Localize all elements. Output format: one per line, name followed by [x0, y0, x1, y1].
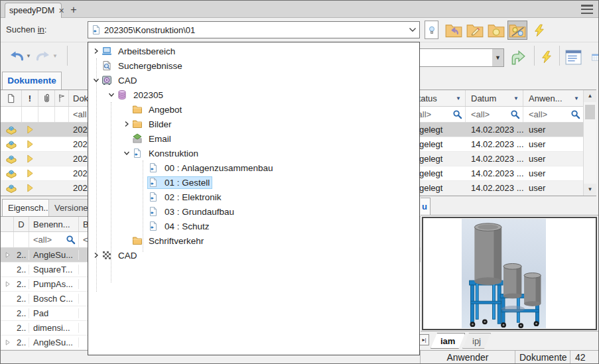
- lightbulb-button[interactable]: [425, 21, 438, 39]
- undo-button[interactable]: ▼: [7, 46, 33, 65]
- flag-icon[interactable]: [55, 90, 69, 106]
- status-row[interactable]: gelegt14.02.2023 ...user: [407, 137, 596, 152]
- column-datum[interactable]: Datum▼: [466, 90, 523, 106]
- filter-anwender[interactable]: <all>: [523, 107, 584, 122]
- lightning-button[interactable]: [531, 21, 548, 39]
- tree-item-bilder[interactable]: Bilder: [88, 117, 419, 131]
- column-d[interactable]: D: [14, 217, 29, 231]
- magnifier-icon[interactable]: [570, 109, 580, 119]
- redo-dropdown-icon[interactable]: ▼: [52, 53, 58, 59]
- status-row[interactable]: gelegt14.02.2023 ...user: [407, 152, 596, 166]
- hamburger-menu-icon[interactable]: [580, 4, 594, 15]
- folder-lightbulbs-button-active[interactable]: [507, 21, 527, 40]
- part-name: Bosch C...: [29, 294, 79, 304]
- toolbar-separator: [67, 46, 68, 66]
- magnifier-icon[interactable]: [66, 235, 76, 245]
- tree-item-01-gestell[interactable]: 01 : Gestell: [88, 175, 419, 190]
- secondary-combobox-arrow[interactable]: ▼: [492, 48, 504, 67]
- status-row[interactable]: gelegt14.02.2023 ...user: [407, 166, 596, 181]
- docarrow-icon: [148, 162, 159, 173]
- tree-item-arbeitsbereich[interactable]: Arbeitsbereich: [88, 44, 419, 58]
- status-document-count: 42: [575, 351, 586, 364]
- tree-item-cad[interactable]: CAD: [88, 248, 419, 263]
- tree-item-schriftverkehr[interactable]: Schriftverkehr: [88, 233, 419, 248]
- assembly-icon: [1, 168, 22, 179]
- rack-3d-model: [462, 219, 546, 328]
- status-row[interactable]: gelegt14.02.2023 ...user: [407, 181, 596, 196]
- part-name: dimensi...: [29, 323, 79, 333]
- tab-dokumente[interactable]: Dokumente: [2, 72, 62, 90]
- chevron-right-icon[interactable]: [91, 251, 101, 259]
- tree-item-04-schutz[interactable]: 04 : Schutz: [88, 219, 419, 233]
- tree-item-suchergebnisse[interactable]: Suchergebnisse: [88, 58, 419, 73]
- column-dropdown-icon[interactable]: ▼: [574, 95, 579, 101]
- tree-item-email[interactable]: Email: [88, 131, 419, 146]
- tree-indent: [137, 164, 148, 172]
- magnifier-icon[interactable]: [510, 109, 520, 119]
- folder-status-button[interactable]: [486, 21, 506, 40]
- tree-indent: [121, 135, 132, 143]
- filter-benennung[interactable]: <all>: [29, 232, 79, 247]
- combobox-dropdown-icon[interactable]: [409, 27, 417, 32]
- searchdoc-icon: [101, 60, 113, 71]
- column-benennung[interactable]: Benenn...: [29, 217, 79, 231]
- chevron-right-icon[interactable]: [121, 120, 132, 128]
- column-dropdown-icon[interactable]: ▼: [456, 95, 461, 101]
- search-toolbar: Suchen in: 202305\Konstruktion\01: [1, 19, 598, 42]
- tab-speedypdm[interactable]: speedyPDM ✕: [5, 3, 62, 18]
- tree-item-00-anlagenzusammenbau[interactable]: 00 : Anlagenzusammenbau: [88, 160, 419, 175]
- part-id: 2..: [14, 265, 29, 274]
- expander-icon[interactable]: [1, 252, 14, 258]
- tree-item-angebot[interactable]: Angebot: [88, 102, 419, 117]
- part-name: AngleSu...: [29, 250, 79, 260]
- anwender-cell: user: [523, 154, 584, 164]
- chevron-down-icon[interactable]: [106, 91, 117, 99]
- expander-icon[interactable]: [1, 339, 14, 345]
- tree-item-202305[interactable]: 202305: [88, 88, 419, 102]
- column-dropdown-icon[interactable]: ▼: [513, 95, 519, 101]
- undo-dropdown-icon[interactable]: ▼: [26, 53, 31, 59]
- anwender-cell: user: [523, 168, 584, 178]
- expander-icon[interactable]: [1, 281, 14, 287]
- search-location-combobox[interactable]: 202305\Konstruktion\01: [88, 21, 420, 38]
- tree-item-label: Suchergebnisse: [116, 60, 184, 72]
- docarrow-icon: [148, 221, 159, 231]
- page-icon[interactable]: [1, 90, 22, 106]
- column-anwender[interactable]: Anwen...▼: [523, 90, 584, 106]
- search-location-value: 202305\Konstruktion\01: [104, 25, 406, 35]
- magnifier-icon[interactable]: [452, 109, 462, 119]
- status-row[interactable]: gelegt14.02.2023 ...user: [407, 123, 596, 137]
- tree-item-03-grundaufbau[interactable]: 03 : Grundaufbau: [88, 204, 419, 219]
- table-view-button-partial[interactable]: [591, 48, 599, 67]
- chevron-right-icon[interactable]: [91, 47, 101, 55]
- chevron-down-icon[interactable]: [121, 149, 132, 157]
- tree-item-02-elektronik[interactable]: 02 : Elektronik: [88, 190, 419, 204]
- tab-scroll-button[interactable]: ▸|: [419, 334, 429, 345]
- attachment-icon[interactable]: [38, 90, 55, 106]
- folder-tree-dropdown: ArbeitsbereichSuchergebnisseCAD202305Ang…: [88, 42, 420, 355]
- vertical-scrollbar[interactable]: ▲ ▼: [583, 90, 596, 196]
- filter-datum[interactable]: <all>: [466, 107, 523, 122]
- docarrow-icon: [132, 148, 143, 158]
- folder-undo-button[interactable]: [444, 21, 464, 40]
- chevron-down-icon[interactable]: [91, 76, 101, 84]
- tree-item-konstruktion[interactable]: Konstruktion: [88, 146, 419, 160]
- lightning-button-2[interactable]: [538, 48, 555, 66]
- preview-tab-partial[interactable]: u: [421, 198, 431, 215]
- new-tab-button[interactable]: +: [67, 3, 80, 17]
- tab-close-icon[interactable]: ✕: [58, 7, 64, 15]
- redo-button[interactable]: ▼: [34, 46, 59, 65]
- scrollbar-thumb[interactable]: [585, 105, 595, 119]
- folder-edit-button[interactable]: [465, 21, 485, 40]
- folder-icon: [132, 119, 143, 129]
- tree-item-label: Email: [147, 133, 173, 145]
- docarrow-icon: [148, 206, 159, 217]
- scroll-up-icon[interactable]: ▲: [584, 90, 596, 102]
- form-view-button[interactable]: [563, 48, 584, 67]
- divider: [421, 215, 598, 215]
- priority-icon[interactable]: !: [22, 90, 38, 106]
- tree-item-cad[interactable]: CAD: [88, 73, 419, 88]
- forward-arrow-button[interactable]: [507, 47, 529, 68]
- scroll-down-icon[interactable]: ▼: [584, 184, 596, 196]
- toolbar-separator: [534, 46, 535, 66]
